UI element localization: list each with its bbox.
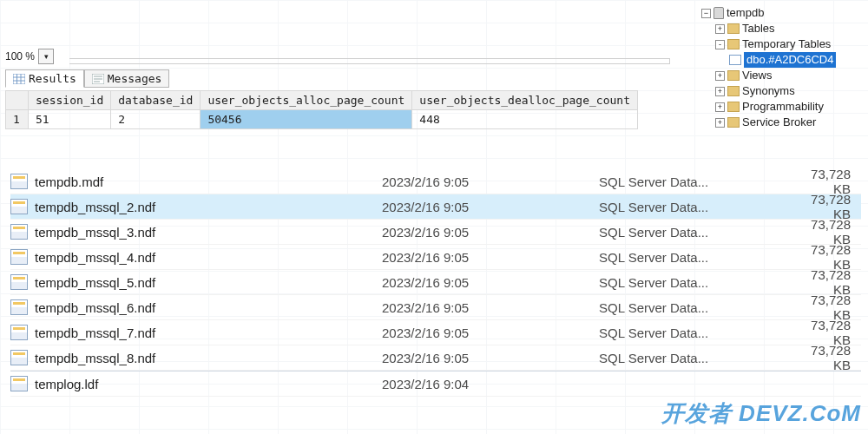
table-icon xyxy=(729,55,741,65)
tree-item-synonyms[interactable]: +Synonyms xyxy=(715,83,861,99)
datafile-icon xyxy=(10,174,28,189)
tree-item-temp-tables[interactable]: -Temporary Tables xyxy=(715,36,861,52)
collapse-icon[interactable]: − xyxy=(701,9,711,18)
horizontal-scrollbar[interactable] xyxy=(69,58,670,64)
tree-label: Temporary Tables xyxy=(742,36,831,52)
tree-label: Tables xyxy=(742,21,775,36)
tab-results[interactable]: Results xyxy=(5,69,84,88)
zoom-value: 100 % xyxy=(5,50,35,62)
file-date: 2023/2/16 9:05 xyxy=(382,275,599,290)
file-row[interactable]: tempdb_mssql_7.ndf2023/2/16 9:05SQL Serv… xyxy=(10,320,861,345)
file-row[interactable]: tempdb_mssql_2.ndf2023/2/16 9:05SQL Serv… xyxy=(10,194,861,220)
logfile-icon xyxy=(10,376,28,391)
results-grid[interactable]: session_id database_id user_objects_allo… xyxy=(5,90,638,129)
file-date: 2023/2/16 9:05 xyxy=(382,351,599,365)
tab-messages[interactable]: Messages xyxy=(84,69,170,88)
cell-dealloc-page-count[interactable]: 448 xyxy=(412,110,638,129)
file-list: tempdb.mdf2023/2/16 9:05SQL Server Data.… xyxy=(10,169,861,397)
tree-item-views[interactable]: +Views xyxy=(715,68,861,83)
file-type: SQL Server Data... xyxy=(599,275,790,290)
tree-item-temp-table[interactable]: dbo.#A2DC6CD4 xyxy=(729,52,861,68)
expand-icon[interactable]: + xyxy=(715,87,725,96)
object-explorer: − tempdb +Tables -Temporary Tables dbo.#… xyxy=(687,5,861,130)
zoom-dropdown[interactable]: ▾ xyxy=(38,49,54,64)
tree-label-selected: dbo.#A2DC6CD4 xyxy=(744,52,836,68)
folder-icon xyxy=(727,23,740,34)
col-alloc-page-count[interactable]: user_objects_alloc_page_count xyxy=(201,91,412,110)
folder-icon xyxy=(727,102,740,112)
file-type: SQL Server Data... xyxy=(599,225,790,240)
collapse-icon[interactable]: - xyxy=(715,40,725,49)
file-type: SQL Server Data... xyxy=(599,174,790,189)
folder-icon xyxy=(727,117,740,128)
file-date: 2023/2/16 9:05 xyxy=(382,250,599,265)
file-row[interactable]: tempdb_mssql_6.ndf2023/2/16 9:05SQL Serv… xyxy=(10,295,861,320)
file-name: tempdb_mssql_4.ndf xyxy=(35,250,382,265)
row-number[interactable]: 1 xyxy=(6,110,29,129)
datafile-icon xyxy=(10,249,28,265)
svg-rect-0 xyxy=(13,74,25,84)
tab-messages-label: Messages xyxy=(108,72,162,85)
file-name: templog.ldf xyxy=(35,377,382,391)
expand-icon[interactable]: + xyxy=(715,118,725,128)
file-date: 2023/2/16 9:05 xyxy=(382,326,599,340)
file-name: tempdb_mssql_5.ndf xyxy=(35,275,382,290)
file-type: SQL Server Data... xyxy=(599,300,790,315)
folder-icon xyxy=(727,86,740,96)
tree-item-programmability[interactable]: +Programmability xyxy=(715,99,861,115)
tab-results-label: Results xyxy=(29,72,76,85)
tree-item-service-broker[interactable]: +Service Broker xyxy=(715,115,861,130)
datafile-icon xyxy=(10,224,28,240)
file-name: tempdb_mssql_8.ndf xyxy=(35,351,382,365)
file-row[interactable]: tempdb_mssql_3.ndf2023/2/16 9:05SQL Serv… xyxy=(10,220,861,245)
file-type: SQL Server Data... xyxy=(599,351,790,365)
file-name: tempdb_mssql_7.ndf xyxy=(35,326,382,340)
tree-label: Programmability xyxy=(742,99,824,115)
datafile-icon xyxy=(10,199,28,214)
datafile-icon xyxy=(10,325,28,340)
expand-icon[interactable]: + xyxy=(715,102,725,112)
messages-icon xyxy=(92,74,104,84)
grid-icon xyxy=(13,74,25,84)
folder-icon xyxy=(727,39,740,49)
file-date: 2023/2/16 9:05 xyxy=(382,300,599,315)
col-session-id[interactable]: session_id xyxy=(29,91,111,110)
file-row[interactable]: tempdb_mssql_4.ndf2023/2/16 9:05SQL Serv… xyxy=(10,245,861,270)
tree-label: Views xyxy=(742,68,772,83)
datafile-icon xyxy=(10,274,28,290)
file-row[interactable]: tempdb.mdf2023/2/16 9:05SQL Server Data.… xyxy=(10,169,861,194)
file-name: tempdb_mssql_3.ndf xyxy=(35,225,382,240)
expand-icon[interactable]: + xyxy=(715,71,725,81)
grid-header-row: session_id database_id user_objects_allo… xyxy=(6,91,638,110)
expand-icon[interactable]: + xyxy=(715,24,725,34)
cell-session-id[interactable]: 51 xyxy=(29,110,111,129)
watermark: 开发者 DEVZ.CoM xyxy=(661,398,861,429)
zoom-control: 100 % ▾ xyxy=(5,49,54,64)
file-date: 2023/2/16 9:05 xyxy=(382,174,599,189)
file-date: 2023/2/16 9:05 xyxy=(382,200,599,214)
grid-corner xyxy=(6,91,29,110)
tree-label: Synonyms xyxy=(742,83,795,99)
file-type: SQL Server Data... xyxy=(599,326,790,340)
file-type: SQL Server Data... xyxy=(599,200,790,214)
file-type: SQL Server Data... xyxy=(599,250,790,265)
file-name: tempdb_mssql_2.ndf xyxy=(35,200,382,214)
tree-label: Service Broker xyxy=(742,115,816,130)
cell-alloc-page-count[interactable]: 50456 xyxy=(201,110,412,129)
datafile-icon xyxy=(10,299,28,315)
file-row[interactable]: templog.ldf2023/2/16 9:04 xyxy=(10,372,861,397)
tree-item-tables[interactable]: +Tables xyxy=(715,21,861,36)
col-database-id[interactable]: database_id xyxy=(111,91,201,110)
datafile-icon xyxy=(10,350,28,365)
file-name: tempdb_mssql_6.ndf xyxy=(35,300,382,315)
cell-database-id[interactable]: 2 xyxy=(111,110,201,129)
file-size: 73,728 KB xyxy=(790,343,861,372)
grid-row[interactable]: 1 51 2 50456 448 xyxy=(6,110,638,129)
file-row[interactable]: tempdb_mssql_5.ndf2023/2/16 9:05SQL Serv… xyxy=(10,270,861,295)
col-dealloc-page-count[interactable]: user_objects_dealloc_page_count xyxy=(412,91,638,110)
tree-db-tempdb[interactable]: − tempdb xyxy=(701,5,861,21)
folder-icon xyxy=(727,70,740,81)
result-tabs: Results Messages xyxy=(5,69,169,88)
file-row[interactable]: tempdb_mssql_8.ndf2023/2/16 9:05SQL Serv… xyxy=(10,345,861,371)
tree-db-label: tempdb xyxy=(727,5,764,21)
